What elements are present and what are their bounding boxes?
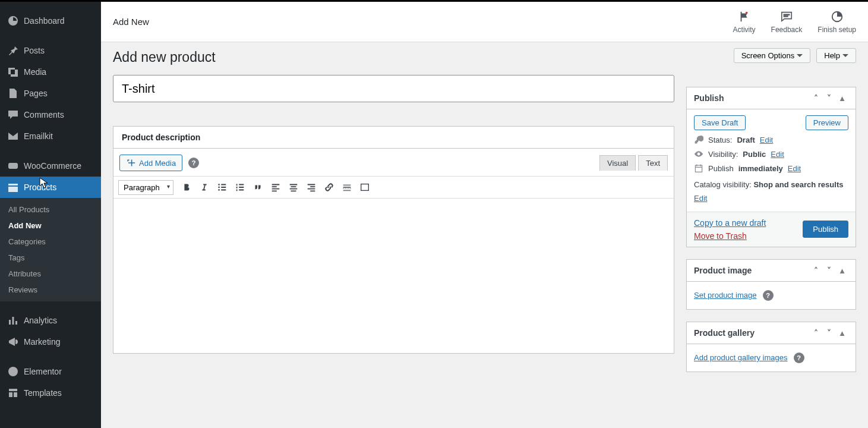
tab-visual[interactable]: Visual [599,155,636,171]
status-label: Status: [708,136,732,144]
move-up-icon[interactable]: ˄ [809,266,822,275]
product-image-box: Product image ˄ ˅ ▴ Set product image ? [686,259,856,310]
toggle-panel-icon[interactable]: ▴ [835,328,848,338]
submenu-add-new[interactable]: Add New [0,218,101,234]
dashboard-icon [7,15,19,27]
sidebar-item-templates[interactable]: Templates [0,382,101,404]
italic-button[interactable] [196,179,213,196]
svg-point-5 [218,187,220,188]
elementor-icon [7,366,19,377]
bold-button[interactable] [178,179,195,196]
publish-box: Publish ˄ ˅ ▴ Save Draft Preview [686,87,856,247]
activity-button[interactable]: Activity [733,10,756,34]
edit-catalog-link[interactable]: Edit [694,194,707,203]
eye-icon [694,149,703,159]
sidebar-label: Pages [24,89,48,98]
move-down-icon[interactable]: ˅ [822,93,835,103]
toolbar-toggle-button[interactable] [356,179,373,196]
editor-content[interactable] [113,199,674,353]
sidebar-item-woocommerce[interactable]: WooCommerce [0,155,101,177]
add-gallery-images-link[interactable]: Add product gallery images [694,353,788,362]
key-icon [694,135,703,144]
finish-label: Finish setup [818,26,856,34]
move-up-icon[interactable]: ˄ [809,328,822,338]
quote-button[interactable] [250,179,266,196]
preview-button[interactable]: Preview [806,115,848,130]
save-draft-button[interactable]: Save Draft [694,115,746,130]
products-submenu: All Products Add New Categories Tags Att… [0,198,101,301]
description-panel: Product description Add Media ? Visual T… [113,126,674,354]
help-icon[interactable]: ? [188,158,199,168]
move-trash-link[interactable]: Move to Trash [694,231,766,241]
admin-sidebar: Dashboard Posts Media Pages Comments Ema… [0,2,101,428]
media-add-icon [126,158,135,168]
format-select[interactable]: Paragraph [118,180,173,195]
svg-point-2 [745,11,747,14]
feedback-button[interactable]: Feedback [771,10,803,34]
copy-draft-link[interactable]: Copy to a new draft [694,218,766,228]
screen-options-button[interactable]: Screen Options [734,48,811,63]
sidebar-label: Dashboard [24,16,65,26]
more-button[interactable] [339,179,355,196]
align-left-button[interactable] [267,179,284,196]
editor-toolbar: Paragraph [113,176,674,199]
edit-publish-link[interactable]: Edit [788,164,801,173]
move-up-icon[interactable]: ˄ [809,93,822,103]
submenu-all-products[interactable]: All Products [0,202,101,218]
sidebar-label: WooCommerce [24,161,81,171]
visibility-value: Public [743,150,766,159]
submenu-reviews[interactable]: Reviews [0,282,101,298]
comment-icon [7,109,19,121]
set-product-image-link[interactable]: Set product image [694,291,757,300]
sidebar-item-marketing[interactable]: Marketing [0,331,101,353]
sidebar-item-posts[interactable]: Posts [0,40,101,61]
sidebar-item-pages[interactable]: Pages [0,83,101,104]
topbar-title: Add New [113,17,149,27]
media-icon [7,66,19,78]
toggle-panel-icon[interactable]: ▴ [835,266,848,275]
move-down-icon[interactable]: ˅ [822,266,835,275]
publish-button[interactable]: Publish [803,221,848,238]
sidebar-item-elementor[interactable]: Elementor [0,361,101,382]
sidebar-item-emailkit[interactable]: Emailkit [0,125,101,147]
tab-text[interactable]: Text [638,155,668,171]
sidebar-item-media[interactable]: Media [0,61,101,83]
edit-status-link[interactable]: Edit [760,136,773,144]
product-gallery-title: Product gallery [694,328,755,338]
bullet-list-button[interactable] [214,179,231,196]
link-button[interactable] [321,179,337,196]
analytics-icon [7,314,19,326]
edit-visibility-link[interactable]: Edit [771,150,784,159]
align-right-button[interactable] [303,179,320,196]
topbar: Add New Activity Feedback Finish setup [101,2,868,42]
product-image-title: Product image [694,266,752,275]
help-button[interactable]: Help [816,48,856,63]
sidebar-label: Emailkit [24,131,53,141]
help-icon[interactable]: ? [794,353,804,363]
submenu-categories[interactable]: Categories [0,234,101,250]
product-gallery-box: Product gallery ˄ ˅ ▴ Add product galler… [686,322,856,372]
sidebar-item-products[interactable]: Products [0,177,101,198]
products-icon [7,181,19,193]
help-icon[interactable]: ? [763,290,774,301]
add-media-button[interactable]: Add Media [119,155,182,171]
submenu-tags[interactable]: Tags [0,250,101,266]
move-down-icon[interactable]: ˅ [822,328,835,338]
align-center-button[interactable] [285,179,302,196]
woocommerce-icon [7,160,19,172]
visibility-label: Visibility: [708,150,738,159]
submenu-attributes[interactable]: Attributes [0,266,101,282]
number-list-button[interactable] [232,179,248,196]
product-title-input[interactable] [113,75,674,102]
feedback-label: Feedback [771,26,803,34]
sidebar-item-analytics[interactable]: Analytics [0,310,101,331]
sidebar-item-comments[interactable]: Comments [0,104,101,125]
sidebar-label: Media [24,67,46,77]
status-value: Draft [737,136,755,144]
finish-setup-button[interactable]: Finish setup [818,10,856,34]
progress-icon [831,10,844,23]
toggle-panel-icon[interactable]: ▴ [835,93,848,103]
sidebar-item-dashboard[interactable]: Dashboard [0,10,101,32]
add-media-label: Add Media [139,159,176,168]
page-heading: Add new product [113,49,674,65]
